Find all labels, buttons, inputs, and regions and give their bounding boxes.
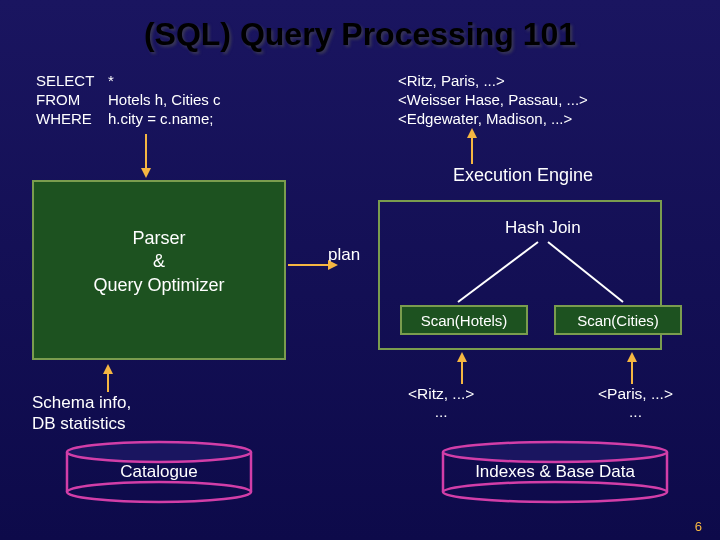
- hash-join-label: Hash Join: [505, 218, 581, 238]
- svg-marker-1: [141, 168, 151, 178]
- result-row: <Weisser Hase, Passau, ...>: [398, 91, 588, 110]
- arrow-up-icon: [464, 128, 480, 164]
- svg-marker-5: [328, 260, 338, 270]
- svg-line-7: [548, 242, 623, 302]
- page-number: 6: [695, 519, 702, 534]
- execution-engine-label: Execution Engine: [398, 165, 648, 186]
- svg-marker-9: [103, 364, 113, 374]
- result-row: <Edgewater, Madison, ...>: [398, 110, 588, 129]
- sql-query-block: SELECT* FROMHotels h, Cities c WHEREh.ci…: [36, 72, 221, 128]
- result-row: <Ritz, Paris, ...>: [398, 72, 588, 91]
- svg-marker-3: [467, 128, 477, 138]
- catalogue-cylinder: Catalogue: [64, 440, 254, 504]
- svg-point-21: [443, 442, 667, 462]
- sql-from-kw: FROM: [36, 91, 108, 110]
- plan-tree-lines: [398, 240, 668, 310]
- parser-optimizer-box: Parser & Query Optimizer: [32, 180, 286, 360]
- svg-marker-11: [457, 352, 467, 362]
- mini-row: ...: [408, 403, 474, 421]
- mini-row: <Paris, ...>: [598, 385, 673, 403]
- mini-row: <Ritz, ...>: [408, 385, 474, 403]
- parser-line1: Parser: [93, 227, 224, 250]
- scan-hotels-output: <Ritz, ...> ...: [408, 385, 474, 421]
- indexes-label: Indexes & Base Data: [440, 462, 670, 482]
- scan-cities-output: <Paris, ...> ...: [598, 385, 673, 421]
- sql-where-val: h.city = c.name;: [108, 110, 213, 127]
- parser-line3: Query Optimizer: [93, 274, 224, 297]
- svg-point-17: [67, 442, 251, 462]
- arrow-down-icon: [138, 134, 154, 178]
- scan-hotels-box: Scan(Hotels): [400, 305, 528, 335]
- sql-select-val: *: [108, 72, 114, 89]
- indexes-cylinder: Indexes & Base Data: [440, 440, 670, 504]
- scan-arrow-up-icon: [624, 352, 640, 384]
- schema-arrow-icon: [100, 364, 116, 392]
- sql-select-kw: SELECT: [36, 72, 108, 91]
- sql-where-kw: WHERE: [36, 110, 108, 129]
- sql-from-val: Hotels h, Cities c: [108, 91, 221, 108]
- slide-title: (SQL) Query Processing 101: [0, 0, 720, 53]
- svg-marker-13: [627, 352, 637, 362]
- svg-point-18: [443, 482, 667, 502]
- scan-cities-box: Scan(Cities): [554, 305, 682, 335]
- schema-line1: Schema info,: [32, 392, 131, 413]
- catalogue-label: Catalogue: [64, 462, 254, 482]
- result-tuples: <Ritz, Paris, ...> <Weisser Hase, Passau…: [398, 72, 588, 128]
- scan-arrow-up-icon: [454, 352, 470, 384]
- mini-row: ...: [598, 403, 673, 421]
- plan-arrow-icon: [288, 259, 338, 271]
- parser-line2: &: [93, 250, 224, 273]
- svg-line-6: [458, 242, 538, 302]
- schema-line2: DB statistics: [32, 413, 131, 434]
- svg-point-14: [67, 482, 251, 502]
- schema-info-label: Schema info, DB statistics: [32, 392, 131, 435]
